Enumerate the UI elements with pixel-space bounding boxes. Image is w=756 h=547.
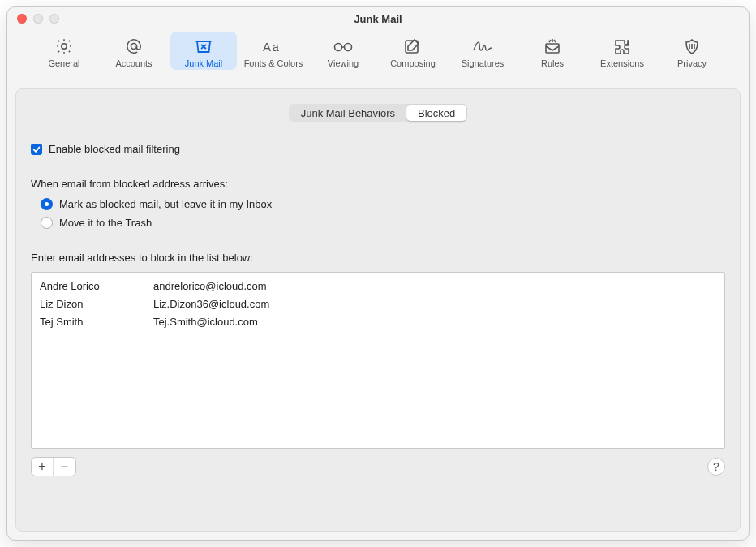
- tab-extensions[interactable]: Extensions: [589, 32, 655, 70]
- tab-label: Extensions: [600, 58, 644, 68]
- gear-icon: [54, 35, 74, 58]
- svg-rect-11: [546, 44, 559, 53]
- list-label: Enter email addresses to block in the li…: [31, 252, 725, 264]
- tab-signatures[interactable]: Signatures: [449, 32, 516, 70]
- svg-point-1: [131, 44, 137, 50]
- add-button[interactable]: +: [32, 458, 54, 476]
- blocked-email: Liz.Dizon36@icloud.com: [153, 295, 716, 313]
- signature-icon: [471, 35, 494, 58]
- tab-label: Accounts: [115, 58, 152, 68]
- bottom-bar: + − ?: [31, 457, 725, 476]
- tab-label: Fonts & Colors: [244, 58, 303, 68]
- privacy-icon: [683, 35, 701, 58]
- tab-composing[interactable]: Composing: [380, 32, 446, 70]
- content-area: Junk Mail Behaviors Blocked Enable block…: [7, 80, 749, 540]
- enable-filtering-label: Enable blocked mail filtering: [49, 143, 180, 155]
- list-item[interactable]: Tej Smith Tej.Smith@icloud.com: [40, 313, 716, 331]
- window-controls: [17, 14, 59, 24]
- list-item[interactable]: Liz Dizon Liz.Dizon36@icloud.com: [40, 295, 716, 313]
- tab-label: Rules: [541, 58, 564, 68]
- toolbar: General Accounts Junk Mail Aa Fonts & Co…: [7, 30, 749, 80]
- extensions-icon: [612, 35, 632, 58]
- tab-label: General: [48, 58, 79, 68]
- zoom-button[interactable]: [49, 14, 59, 24]
- panel: Junk Mail Behaviors Blocked Enable block…: [15, 88, 741, 532]
- minimize-button[interactable]: [33, 14, 43, 24]
- svg-point-0: [62, 44, 67, 49]
- enable-filtering-checkbox[interactable]: [31, 144, 42, 155]
- arrives-label: When email from blocked address arrives:: [31, 178, 725, 190]
- tab-general[interactable]: General: [31, 32, 97, 70]
- tab-label: Signatures: [462, 58, 505, 68]
- tab-fonts-colors[interactable]: Aa Fonts & Colors: [240, 32, 307, 70]
- preferences-window: Junk Mail General Accounts Junk Mail Aa …: [6, 6, 750, 541]
- tab-label: Privacy: [677, 58, 707, 68]
- blocked-name: Liz Dizon: [40, 295, 153, 313]
- blocked-name: Andre Lorico: [40, 278, 153, 295]
- segment-behaviors[interactable]: Junk Mail Behaviors: [290, 105, 406, 121]
- titlebar: Junk Mail: [7, 7, 749, 30]
- help-button[interactable]: ?: [707, 458, 725, 476]
- blocked-name: Tej Smith: [40, 313, 153, 331]
- tab-rules[interactable]: Rules: [519, 32, 586, 70]
- arrives-radio-group: Mark as blocked mail, but leave it in my…: [41, 198, 725, 229]
- at-icon: [124, 35, 144, 58]
- tab-junk-mail[interactable]: Junk Mail: [170, 32, 237, 70]
- blocked-email: Tej.Smith@icloud.com: [153, 313, 716, 331]
- tab-label: Junk Mail: [185, 58, 222, 68]
- svg-text:A: A: [263, 40, 271, 54]
- svg-point-8: [345, 44, 352, 51]
- blocked-email: andrelorico@icloud.com: [153, 278, 716, 295]
- blocked-addresses-list[interactable]: Andre Lorico andrelorico@icloud.com Liz …: [31, 272, 725, 449]
- remove-button[interactable]: −: [54, 458, 75, 476]
- radio-option-mark[interactable]: Mark as blocked mail, but leave it in my…: [41, 198, 725, 210]
- radio-trash[interactable]: [41, 217, 53, 229]
- compose-icon: [403, 35, 423, 58]
- radio-option-trash[interactable]: Move it to the Trash: [41, 217, 725, 229]
- window-title: Junk Mail: [7, 13, 749, 25]
- radio-mark[interactable]: [41, 198, 53, 210]
- add-remove-group: + −: [31, 457, 76, 476]
- list-item[interactable]: Andre Lorico andrelorico@icloud.com: [40, 278, 716, 295]
- segment-blocked[interactable]: Blocked: [406, 105, 466, 121]
- radio-mark-label: Mark as blocked mail, but leave it in my…: [59, 198, 272, 210]
- glasses-icon: [332, 35, 354, 58]
- tab-label: Composing: [390, 58, 436, 68]
- junk-icon: [193, 35, 214, 58]
- tab-privacy[interactable]: Privacy: [659, 32, 725, 70]
- close-button[interactable]: [17, 14, 27, 24]
- svg-point-7: [335, 44, 342, 51]
- fonts-icon: Aa: [262, 35, 285, 58]
- segmented-control: Junk Mail Behaviors Blocked: [289, 104, 468, 122]
- svg-text:a: a: [273, 41, 279, 54]
- tab-label: Viewing: [328, 58, 359, 68]
- enable-filtering-row: Enable blocked mail filtering: [31, 143, 725, 155]
- radio-trash-label: Move it to the Trash: [59, 217, 152, 229]
- rules-icon: [543, 35, 562, 58]
- tab-viewing[interactable]: Viewing: [310, 32, 376, 70]
- tab-accounts[interactable]: Accounts: [101, 32, 167, 70]
